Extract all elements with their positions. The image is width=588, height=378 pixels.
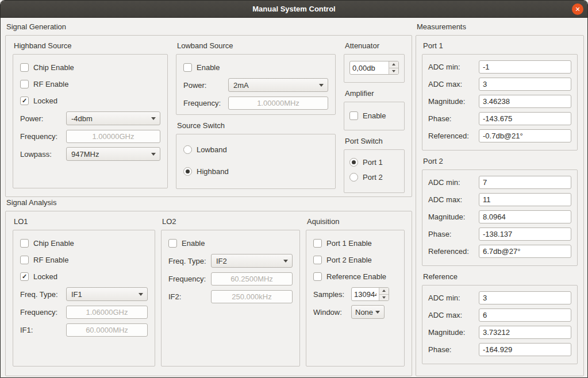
amplifier-panel: ✓ Enable (344, 102, 405, 130)
spin-down-button[interactable] (379, 294, 389, 301)
field-label-adc-max: ADC max: (428, 311, 479, 319)
group-title-reference: Reference (423, 272, 578, 283)
checkbox-lo1-chip-enable[interactable]: ✓ Chip Enable (20, 237, 148, 249)
radio-circle[interactable] (349, 173, 358, 182)
combobox-value: IF1 (71, 290, 82, 299)
radio-source-highband[interactable]: Highband (183, 165, 328, 177)
spin-up-button[interactable] (379, 288, 389, 294)
highband-source-panel: ✓ Chip Enable ✓ RF Enable ✓ Locked Power… (13, 54, 168, 188)
checkbox-box[interactable]: ✓ (349, 111, 358, 120)
port2-referenced-input[interactable] (479, 245, 571, 258)
port2-adc-min-input[interactable] (479, 176, 571, 189)
signal-generation-panel: Highband Source ✓ Chip Enable ✓ RF Enabl… (5, 35, 412, 197)
radio-circle[interactable] (349, 158, 358, 167)
close-button[interactable]: ✕ (572, 3, 583, 15)
checkbox-label: Enable (363, 111, 386, 120)
window-combobox[interactable]: None (351, 305, 385, 319)
lo2-freq-type-combobox[interactable]: IF2 (211, 254, 293, 268)
reference-magnitude-input[interactable] (479, 326, 571, 339)
port1-magnitude-input[interactable] (479, 95, 571, 108)
group-highband-source: Highband Source ✓ Chip Enable ✓ RF Enabl… (13, 41, 168, 191)
checkbox-lo1-locked[interactable]: ✓ Locked (20, 271, 148, 282)
port1-phase-input[interactable] (479, 112, 571, 125)
reference-adc-max-input[interactable] (479, 308, 571, 322)
checkbox-lo1-rf-enable[interactable]: ✓ RF Enable (20, 254, 148, 265)
checkbox-box[interactable]: ✓ (20, 97, 29, 105)
group-signal-analysis: Signal Analysis LO1 ✓ Chip Enable ✓ RF E… (5, 198, 412, 376)
checkbox-label: Chip Enable (33, 239, 74, 248)
spin-up-button[interactable] (389, 61, 398, 68)
checkbox-box[interactable]: ✓ (20, 80, 29, 88)
reference-phase-input[interactable] (479, 343, 571, 356)
source-switch-panel: Lowband Highband (176, 134, 336, 189)
chevron-down-icon (139, 293, 143, 296)
checkbox-port2-enable[interactable]: ✓ Port 2 Enable (313, 254, 397, 265)
checkbox-lo2-enable[interactable]: ✓ Enable (168, 237, 293, 249)
arrow-down-icon (392, 70, 395, 72)
reference-adc-min-input[interactable] (479, 291, 571, 304)
radio-label: Port 1 (363, 158, 383, 167)
checkbox-port1-enable[interactable]: ✓ Port 1 Enable (313, 237, 397, 249)
checkbox-hb-rf-enable[interactable]: ✓ RF Enable (20, 78, 160, 90)
field-label-frequency: Frequency: (20, 308, 66, 317)
group-title-port2: Port 2 (423, 157, 578, 167)
radio-port-1[interactable]: Port 1 (349, 156, 399, 168)
field-label-magnitude: Magnitude: (428, 328, 479, 337)
port1-adc-max-input[interactable] (479, 78, 571, 91)
radio-circle[interactable] (183, 167, 192, 176)
radio-source-lowband[interactable]: Lowband (183, 144, 328, 155)
checkbox-label: Port 2 Enable (326, 256, 372, 264)
checkbox-box[interactable]: ✓ (20, 63, 29, 72)
checkbox-box[interactable]: ✓ (313, 256, 322, 264)
checkbox-lb-enable[interactable]: ✓ Enable (183, 61, 328, 73)
radio-port-2[interactable]: Port 2 (349, 171, 399, 183)
checkbox-box[interactable]: ✓ (183, 63, 192, 72)
port1-referenced-input[interactable] (479, 129, 571, 142)
lo1-if1-input (66, 323, 148, 337)
group-aquisition: Aquisition ✓ Port 1 Enable ✓ Port 2 Enab… (306, 217, 405, 370)
field-label-frequency: Frequency: (168, 275, 211, 283)
spin-buttons (389, 61, 398, 74)
checkbox-label: RF Enable (33, 256, 68, 264)
group-title-highband-source: Highband Source (14, 41, 168, 52)
checkbox-hb-locked[interactable]: ✓ Locked (20, 95, 160, 106)
attenuator-spinbox[interactable] (349, 61, 399, 75)
samples-input[interactable] (352, 288, 379, 300)
samples-spinbox[interactable] (351, 287, 389, 301)
checkbox-amplifier-enable[interactable]: ✓ Enable (349, 110, 399, 121)
port2-phase-input[interactable] (479, 227, 571, 241)
lo1-freq-type-combobox[interactable]: IF1 (66, 287, 148, 301)
checkbox-box[interactable]: ✓ (20, 256, 29, 264)
port1-adc-min-input[interactable] (479, 60, 571, 74)
port2-adc-max-input[interactable] (479, 193, 571, 206)
checkbox-box[interactable]: ✓ (168, 239, 177, 248)
measurements-panel: Port 1 ADC min: ADC max: Magnitude: (416, 35, 584, 376)
checkbox-box[interactable]: ✓ (313, 272, 322, 281)
titlebar[interactable]: Manual System Control ✕ (1, 1, 587, 18)
group-lowband-source: Lowband Source ✓ Enable Power: 2mA (176, 41, 336, 115)
chevron-down-icon (151, 117, 156, 120)
hb-power-combobox[interactable]: -4dbm (66, 111, 160, 125)
hb-lowpass-combobox[interactable]: 947MHz (66, 147, 160, 161)
port2-magnitude-input[interactable] (479, 210, 571, 223)
checkbox-reference-enable[interactable]: ✓ Reference Enable (313, 271, 397, 282)
group-title-attenuator: Attenuator (345, 41, 405, 52)
attenuator-input[interactable] (350, 61, 389, 74)
field-label-samples: Samples: (313, 290, 351, 299)
group-title-aquisition: Aquisition (307, 217, 405, 227)
checkbox-box[interactable]: ✓ (20, 272, 29, 281)
combobox-value: IF2 (216, 257, 227, 265)
checkbox-hb-chip-enable[interactable]: ✓ Chip Enable (20, 61, 160, 73)
lb-power-combobox[interactable]: 2mA (228, 78, 328, 92)
checkbox-box[interactable]: ✓ (313, 239, 322, 248)
group-title-signal-generation: Signal Generation (6, 22, 412, 33)
field-label-frequency: Frequency: (20, 132, 66, 141)
chevron-down-icon (283, 260, 288, 263)
field-label-freq-type: Freq. Type: (168, 257, 211, 265)
group-title-signal-analysis: Signal Analysis (6, 198, 412, 209)
group-lo2: LO2 ✓ Enable Freq. Type: IF2 Freq (161, 217, 300, 370)
spin-down-button[interactable] (389, 68, 398, 75)
arrow-up-icon (392, 63, 395, 65)
radio-circle[interactable] (183, 145, 192, 154)
checkbox-box[interactable]: ✓ (20, 239, 29, 248)
